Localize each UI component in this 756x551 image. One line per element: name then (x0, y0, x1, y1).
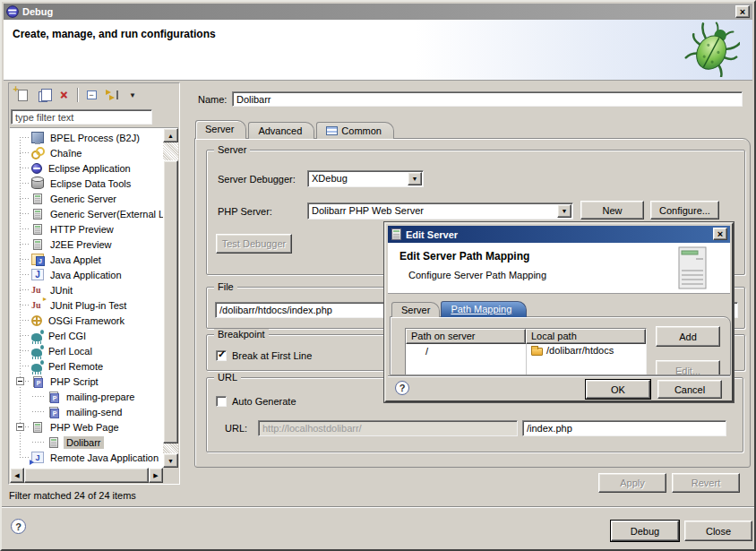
edit-server-dialog: Edit Server × Edit Server Path Mapping C… (384, 222, 734, 402)
configure-button[interactable]: Configure... (650, 201, 719, 220)
tree-item[interactable]: OSGi Framework (10, 313, 163, 328)
tab-server[interactable]: Server (195, 120, 246, 139)
chevron-down-icon[interactable]: ▼ (557, 204, 571, 218)
base-url-input (258, 420, 518, 436)
revert-button[interactable]: Revert (672, 473, 740, 493)
local-path-cell: /dolibarr/htdocs (546, 345, 614, 356)
apply-button[interactable]: Apply (598, 473, 666, 493)
url-path-input[interactable] (522, 420, 726, 436)
server-icon (33, 422, 42, 433)
new-configuration-icon[interactable] (15, 88, 30, 102)
tree-expander-icon[interactable] (16, 423, 24, 431)
remote-java-icon (31, 452, 44, 463)
server-icon (33, 194, 42, 204)
scroll-left-icon[interactable]: ◀ (10, 468, 24, 483)
tree-item[interactable]: Perl Local (10, 343, 163, 358)
url-group-title: URL (214, 372, 241, 383)
tree-horizontal-scrollbar[interactable]: ◀ ▶ (10, 468, 163, 483)
break-first-line-checkbox[interactable] (216, 350, 227, 361)
chain-icon (31, 147, 44, 159)
close-button[interactable]: Close (684, 521, 752, 541)
tree-item[interactable]: mailing-prepare (10, 389, 163, 404)
php-script-icon (49, 407, 58, 418)
filter-input[interactable] (11, 109, 152, 125)
scroll-down-icon[interactable]: ▼ (163, 453, 178, 468)
tree-item-label: Perl Remote (46, 360, 106, 373)
tree-item[interactable]: Java Applet (10, 252, 163, 267)
bug-icon (684, 22, 740, 77)
junit-icon (31, 284, 44, 296)
server-icon (33, 209, 42, 220)
tree-item[interactable]: HTTP Preview (10, 221, 163, 237)
tree-item-label: Perl Local (46, 345, 95, 357)
name-input[interactable] (232, 91, 743, 107)
tree-item[interactable]: Java Application (10, 267, 163, 282)
server-tower-icon (678, 246, 707, 289)
window-title: Debug (22, 6, 53, 17)
tree-item[interactable]: BPEL Process (B2J) (10, 130, 163, 145)
tree-item[interactable]: Dolibarr (10, 435, 163, 450)
folder-icon (531, 348, 543, 356)
url-label: URL: (225, 423, 247, 434)
chevron-down-icon[interactable]: ▼ (408, 172, 422, 185)
auto-generate-checkbox[interactable] (216, 396, 227, 407)
horizontal-scroll-thumb[interactable] (24, 468, 149, 483)
tree-item-label: JUnit (47, 284, 75, 297)
tab-advanced[interactable]: Advanced (248, 122, 314, 139)
eclipse-app-icon (31, 163, 42, 174)
edit-button[interactable]: Edit... (656, 360, 720, 375)
tree-vertical-scrollbar[interactable]: ▲ ▼ (163, 128, 178, 468)
debug-configurations-window: Debug × Create, manage, and run configur… (0, 0, 756, 551)
header-banner: Create, manage, and run configurations (4, 20, 752, 81)
tree-item[interactable]: JUnit Plug-in Test (10, 297, 163, 313)
tree-item[interactable]: Generic Server(External La (10, 206, 163, 221)
path-mapping-table[interactable]: Path on server Local path / /dolibarr/ht… (405, 328, 647, 375)
duplicate-icon[interactable] (36, 88, 50, 102)
tree-item[interactable]: Eclipse Application (10, 160, 163, 176)
add-button[interactable]: Add (656, 326, 720, 347)
column-header-local-path[interactable]: Local path (526, 329, 646, 344)
tree-item[interactable]: Remote Java Application (10, 450, 163, 465)
new-server-button[interactable]: New (580, 201, 644, 220)
help-icon[interactable]: ? (11, 519, 26, 534)
filter-icon[interactable] (105, 88, 119, 102)
menu-dropdown-icon[interactable]: ▼ (125, 88, 140, 102)
tree-item-label: PHP Web Page (47, 421, 122, 434)
tree-item[interactable]: PHP Script (10, 374, 163, 389)
tree-item-label: Java Applet (47, 254, 104, 266)
scroll-up-icon[interactable]: ▲ (163, 128, 178, 142)
dialog-close-button[interactable]: × (713, 228, 727, 240)
test-debugger-button[interactable]: Test Debugger (216, 234, 292, 254)
php-server-select[interactable]: Dolibarr PHP Web Server ▼ (307, 202, 573, 220)
delete-icon[interactable]: × (56, 88, 71, 102)
server-group-title: Server (214, 144, 250, 155)
tree-item-label: Dolibarr (64, 436, 104, 449)
collapse-all-icon[interactable]: − (84, 88, 99, 102)
tree-item[interactable]: Generic Server (10, 191, 163, 206)
server-icon (33, 239, 42, 250)
debug-button[interactable]: Debug (611, 521, 679, 541)
tab-common[interactable]: Common (316, 122, 394, 139)
scroll-right-icon[interactable]: ▶ (149, 468, 163, 483)
ok-button[interactable]: OK (586, 380, 650, 399)
tree-item[interactable]: Perl CGI (10, 328, 163, 343)
column-header-path-on-server[interactable]: Path on server (406, 329, 526, 344)
tree-item[interactable]: PHP Web Page (10, 419, 163, 435)
help-icon[interactable]: ? (395, 381, 409, 395)
tree-item[interactable]: Eclipse Data Tools (10, 176, 163, 191)
server-debugger-select[interactable]: XDebug ▼ (307, 170, 424, 187)
php-script-icon (49, 392, 58, 402)
cancel-button[interactable]: Cancel (657, 380, 722, 399)
path-on-server-cell: / (425, 346, 428, 357)
dialog-tab-server[interactable]: Server (391, 302, 440, 317)
tree-item[interactable]: Chaîne (10, 145, 163, 160)
tree-item[interactable]: Perl Remote (10, 358, 163, 374)
tree-item[interactable]: JUnit (10, 282, 163, 297)
dialog-tab-path-mapping[interactable]: Path Mapping (441, 301, 527, 317)
window-close-button[interactable]: × (735, 5, 750, 18)
tree-item[interactable]: J2EE Preview (10, 237, 163, 252)
tree-expander-icon[interactable] (16, 377, 24, 385)
vertical-scroll-thumb[interactable] (163, 160, 178, 443)
tree-item[interactable]: mailing-send (10, 404, 163, 419)
tree-item-label: mailing-send (64, 406, 125, 418)
